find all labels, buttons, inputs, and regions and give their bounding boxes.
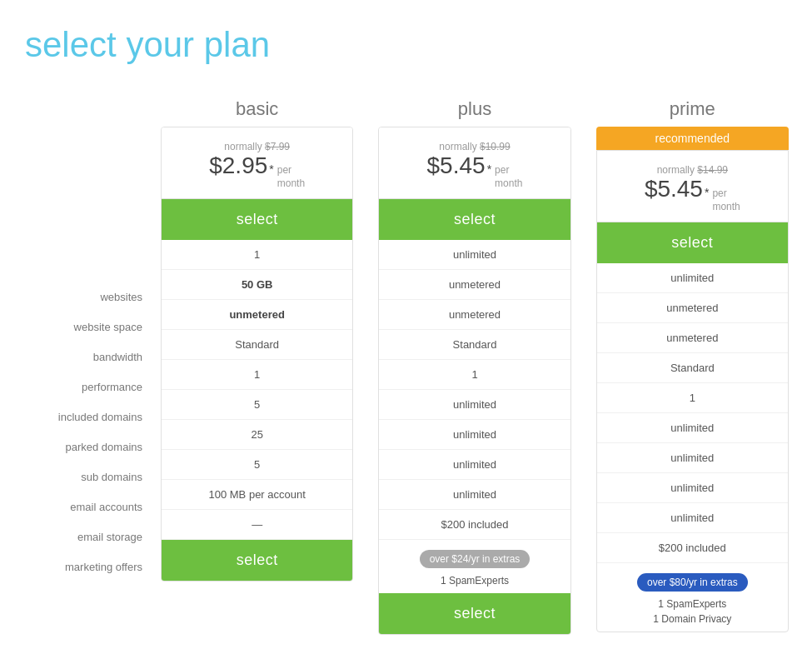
prime-websites: unlimited — [597, 263, 788, 293]
label-marketing-offers: marketing offers — [17, 552, 154, 582]
plan-plus-normally: normally $10.99 — [387, 141, 561, 152]
feature-labels-column: websites website space bandwidth perform… — [17, 98, 154, 635]
basic-performance: Standard — [162, 330, 352, 360]
plan-plus-select-top[interactable]: select — [379, 199, 570, 240]
plan-plus-pricing: normally $10.99 $5.45* permonth — [379, 127, 570, 199]
label-included-domains: included domains — [17, 402, 154, 432]
basic-websites: 1 — [162, 240, 352, 270]
page-title: select your plan — [17, 25, 795, 65]
prime-domain-privacy: 1 Domain Privacy — [653, 613, 731, 625]
plan-prime-card: normally $14.99 $5.45* permonth select u… — [596, 150, 789, 632]
prime-included-domains: 1 — [597, 383, 788, 413]
label-sub-domains: sub domains — [17, 462, 154, 492]
plan-basic-select-bottom[interactable]: select — [162, 540, 352, 581]
plus-websites: unlimited — [379, 240, 570, 270]
plus-email-accounts: unlimited — [379, 450, 570, 480]
plan-prime-pricing: normally $14.99 $5.45* permonth — [597, 151, 788, 222]
plan-plus-name: plus — [458, 98, 491, 120]
plus-performance: Standard — [379, 330, 570, 360]
label-email-storage: email storage — [17, 522, 154, 552]
prime-marketing-offers: $200 included — [597, 533, 788, 563]
prime-email-storage: unlimited — [597, 503, 788, 533]
prime-sub-domains: unlimited — [597, 443, 788, 473]
prime-email-accounts: unlimited — [597, 473, 788, 503]
basic-website-space: 50 GB — [162, 270, 352, 300]
plan-plus-permonth: permonth — [495, 164, 522, 190]
prime-bandwidth: unmetered — [597, 323, 788, 353]
plan-basic-card: normally $7.99 $2.95* permonth select 1 … — [161, 127, 353, 582]
plan-prime-recommended-badge: recommended — [596, 127, 789, 150]
plus-sub-domains: unlimited — [379, 420, 570, 450]
plus-spamexperts: 1 SpamExperts — [441, 575, 509, 587]
label-parked-domains: parked domains — [17, 432, 154, 462]
basic-included-domains: 1 — [162, 360, 352, 390]
plus-included-domains: 1 — [379, 360, 570, 390]
plan-plus-features: unlimited unmetered unmetered Standard 1… — [379, 240, 570, 540]
prime-performance: Standard — [597, 353, 788, 383]
plan-plus-asterisk: * — [487, 162, 491, 176]
plan-basic: basic normally $7.99 $2.95* permonth sel… — [154, 98, 360, 635]
plan-prime-select-top[interactable]: select — [597, 222, 788, 263]
plan-prime-features: unlimited unmetered unmetered Standard 1… — [597, 263, 788, 563]
basic-marketing-offers: — — [162, 510, 352, 540]
plus-extras-badge: over $24/yr in extras — [420, 550, 531, 568]
basic-parked-domains: 5 — [162, 390, 352, 420]
plan-basic-features: 1 50 GB unmetered Standard 1 5 25 5 100 … — [162, 240, 352, 540]
plan-basic-pricing: normally $7.99 $2.95* permonth — [162, 127, 352, 199]
plan-prime-asterisk: * — [705, 186, 709, 199]
plan-prime-normally: normally $14.99 — [605, 164, 780, 176]
plus-marketing-offers: $200 included — [379, 510, 570, 540]
plus-email-storage: unlimited — [379, 480, 570, 510]
basic-sub-domains: 25 — [162, 420, 352, 450]
plans-container: basic normally $7.99 $2.95* permonth sel… — [154, 98, 795, 635]
prime-spamexperts: 1 SpamExperts — [658, 598, 726, 610]
basic-email-accounts: 5 — [162, 450, 352, 480]
plus-parked-domains: unlimited — [379, 390, 570, 420]
label-website-space: website space — [17, 312, 154, 342]
label-email-accounts: email accounts — [17, 492, 154, 522]
plan-prime-price: $5.45 — [645, 176, 703, 202]
basic-email-storage: 100 MB per account — [162, 480, 352, 510]
plan-prime: prime recommended normally $14.99 $5.45*… — [590, 98, 795, 635]
basic-bandwidth: unmetered — [162, 300, 352, 330]
label-performance: performance — [17, 372, 154, 402]
plan-prime-name: prime — [670, 98, 715, 120]
plan-basic-name: basic — [236, 98, 278, 120]
label-bandwidth: bandwidth — [17, 342, 154, 372]
prime-website-space: unmetered — [597, 293, 788, 323]
plan-basic-price: $2.95 — [209, 152, 267, 179]
plus-extras: over $24/yr in extras 1 SpamExperts — [379, 540, 570, 593]
plan-plus-select-bottom[interactable]: select — [379, 593, 570, 634]
label-websites: websites — [17, 282, 154, 312]
plus-bandwidth: unmetered — [379, 300, 570, 330]
plan-basic-normally: normally $7.99 — [170, 141, 344, 152]
plan-plus-price: $5.45 — [427, 152, 486, 179]
plan-plus: plus normally $10.99 $5.45* permonth sel… — [371, 98, 577, 635]
prime-parked-domains: unlimited — [597, 413, 788, 443]
plan-basic-permonth: permonth — [277, 164, 305, 190]
plan-basic-select-top[interactable]: select — [162, 199, 352, 240]
plan-basic-asterisk: * — [269, 162, 273, 176]
plan-plus-card: normally $10.99 $5.45* permonth select u… — [378, 127, 570, 635]
plan-prime-permonth: permonth — [712, 187, 740, 213]
plus-website-space: unmetered — [379, 270, 570, 300]
prime-extras: over $80/yr in extras 1 SpamExperts 1 Do… — [597, 563, 788, 632]
prime-extras-badge: over $80/yr in extras — [637, 573, 748, 592]
